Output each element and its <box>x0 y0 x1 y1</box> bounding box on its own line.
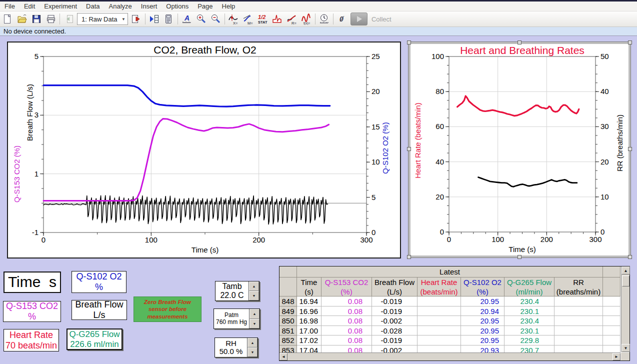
co2-breathflow-o2-graph[interactable]: 0100200300-11350510152025CO2, Breath Flo… <box>7 42 401 258</box>
menu-experiment[interactable]: Experiment <box>40 2 82 11</box>
o2-meter[interactable]: Q-S102 O2 % <box>72 271 126 293</box>
table-cell[interactable] <box>418 336 461 346</box>
table-cell[interactable]: 16.98 <box>297 316 322 326</box>
selection-handle[interactable] <box>628 40 632 44</box>
menu-page[interactable]: Page <box>193 2 217 11</box>
heart-breathing-graph[interactable]: 010020030002040608010001020304050Heart a… <box>410 44 628 256</box>
selection-handle[interactable] <box>407 255 411 259</box>
column-header-breath-flow[interactable]: Breath Flow(L/s) <box>372 278 418 296</box>
data-table[interactable]: LatestTime(s)Q-S153 CO2(%)Breath Flow(L/… <box>279 266 630 361</box>
statistics-button[interactable]: 1/2STAT <box>256 12 270 26</box>
selection-handle[interactable] <box>407 40 411 44</box>
selection-handle[interactable] <box>518 255 522 259</box>
table-cell[interactable] <box>554 296 603 306</box>
table-cell[interactable]: -0.002 <box>372 316 418 326</box>
table-cell[interactable]: 230.4 <box>504 316 554 326</box>
menu-file[interactable]: File <box>0 2 20 11</box>
table-cell[interactable]: 0.08 <box>322 346 372 354</box>
scroll-up-button[interactable]: ▲ <box>622 266 630 274</box>
horizontal-scrollbar[interactable]: ◄ ► <box>280 352 620 360</box>
column-header-heart-rate[interactable]: Heart Rate(beats/min) <box>418 278 461 296</box>
table-cell[interactable]: -0.028 <box>372 326 418 336</box>
table-cell[interactable]: 20.95 <box>461 336 504 346</box>
table-cell[interactable]: -0.019 <box>372 336 418 346</box>
zoom-in-button[interactable] <box>194 12 208 26</box>
heart-breathing-graph-frame[interactable]: 010020030002040608010001020304050Heart a… <box>408 42 631 258</box>
zero-button[interactable]: 0 <box>335 12 350 26</box>
table-cell[interactable]: 230.1 <box>504 306 554 316</box>
table-cell[interactable]: 17.02 <box>297 336 322 346</box>
column-header-time[interactable]: Time(s) <box>297 278 322 296</box>
table-cell[interactable]: 0.08 <box>322 336 372 346</box>
column-header-q-s102-o2[interactable]: Q-S102 O2(%) <box>461 278 504 296</box>
selection-handle[interactable] <box>407 147 411 151</box>
menu-help[interactable]: Help <box>218 2 240 11</box>
table-cell[interactable] <box>554 316 603 326</box>
table-cell[interactable]: 20.95 <box>461 296 504 306</box>
table-cell[interactable] <box>418 296 461 306</box>
column-header-q-s153-co2[interactable]: Q-S153 CO2(%) <box>322 278 372 296</box>
table-cell[interactable]: 0.08 <box>322 326 372 336</box>
spin-up-button[interactable]: ▲ <box>250 309 260 319</box>
table-cell[interactable] <box>554 306 603 316</box>
spin-up-button[interactable]: ▲ <box>249 282 259 291</box>
table-cell[interactable]: 230.7 <box>504 346 554 354</box>
data-collection-setup-button[interactable] <box>317 12 332 26</box>
column-header-rr[interactable]: RR(breaths/min) <box>554 278 603 296</box>
table-cell[interactable]: 17.00 <box>297 326 322 336</box>
breath-flow-meter[interactable]: Breath Flow L/s <box>72 300 127 320</box>
gas-flow-meter[interactable]: Q-G265 Flow 226.6 ml/min <box>66 328 122 350</box>
new-document-button[interactable] <box>0 12 14 26</box>
table-cell[interactable]: 0.08 <box>322 306 372 316</box>
table-cell[interactable]: 16.96 <box>297 306 322 316</box>
table-cell[interactable] <box>418 346 461 354</box>
print-button[interactable] <box>44 12 58 26</box>
table-cell[interactable]: 20.95 <box>461 316 504 326</box>
linear-fit-button[interactable]: R= <box>284 12 299 26</box>
table-cell[interactable]: -0.002 <box>372 346 418 354</box>
scroll-right-button[interactable]: ► <box>612 353 620 360</box>
table-cell[interactable] <box>418 306 461 316</box>
table-cell[interactable]: 0.08 <box>322 296 372 306</box>
table-cell[interactable]: -0.019 <box>372 296 418 306</box>
spin-down-button[interactable]: ▼ <box>250 319 260 329</box>
calculator-button[interactable] <box>162 12 176 26</box>
table-cell[interactable] <box>554 326 603 336</box>
menu-insert[interactable]: Insert <box>136 2 162 11</box>
integral-button[interactable] <box>270 12 284 26</box>
curve-fit-button[interactable]: f(x)= <box>299 12 314 26</box>
co2-meter[interactable]: Q-S153 CO2 % <box>3 301 61 322</box>
scroll-left-button[interactable]: ◄ <box>280 353 288 360</box>
next-page-button[interactable] <box>129 12 144 26</box>
table-cell[interactable]: 20.94 <box>461 306 504 316</box>
table-cell[interactable]: 230.1 <box>504 326 554 336</box>
table-cell[interactable]: 16.94 <box>297 296 322 306</box>
scroll-down-button[interactable]: ▼ <box>622 344 630 352</box>
time-meter[interactable]: Time s <box>4 272 61 293</box>
selection-handle[interactable] <box>628 147 632 151</box>
heart-rate-meter[interactable]: Heart Rate 70 beats/min <box>4 329 59 352</box>
tangent-button[interactable]: M= <box>241 12 256 26</box>
save-button[interactable] <box>29 12 44 26</box>
selection-handle[interactable] <box>518 40 522 44</box>
examine-button[interactable]: X= <box>226 12 241 26</box>
table-cell[interactable] <box>554 336 603 346</box>
selection-handle[interactable] <box>628 255 632 259</box>
autoscale-button[interactable]: A <box>180 12 194 26</box>
table-cell[interactable]: 230.4 <box>504 296 554 306</box>
data-table-button[interactable] <box>147 12 162 26</box>
table-cell[interactable]: 17.04 <box>297 346 322 354</box>
menu-edit[interactable]: Edit <box>20 2 40 11</box>
open-file-button[interactable] <box>14 12 29 26</box>
table-cell[interactable] <box>418 326 461 336</box>
table-cell[interactable]: 229.8 <box>504 336 554 346</box>
menu-data[interactable]: Data <box>82 2 104 11</box>
table-cell[interactable]: 20.95 <box>461 326 504 336</box>
menu-options[interactable]: Options <box>162 2 193 11</box>
spin-up-button[interactable]: ▲ <box>248 338 258 348</box>
menu-analyze[interactable]: Analyze <box>104 2 136 11</box>
column-header-q-g265-flow[interactable]: Q-G265 Flow(ml/min) <box>504 278 554 296</box>
table-cell[interactable]: 20.93 <box>461 346 504 354</box>
spin-down-button[interactable]: ▼ <box>249 291 259 300</box>
table-cell[interactable] <box>554 346 603 354</box>
